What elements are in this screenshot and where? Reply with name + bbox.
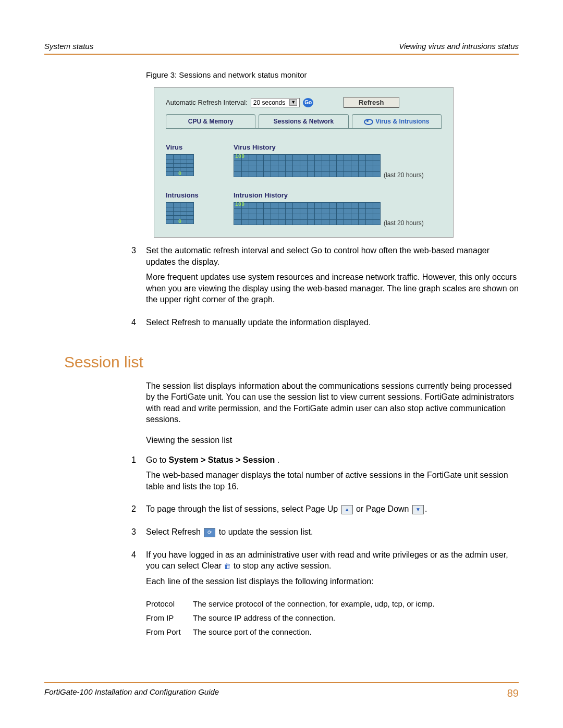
section-heading: Session list [64,353,519,371]
refresh-interval-label: Automatic Refresh Interval: [166,98,248,106]
chart-100-label: 100 [235,154,244,159]
virus-history-chart: 100 [234,154,381,177]
refresh-icon: ⟳ [204,528,215,537]
status-monitor-screenshot: Automatic Refresh Interval: 20 seconds ▼… [154,87,454,238]
step-number: 4 [131,549,146,591]
virus-chart: 0 [166,154,194,176]
section-intro: The session list displays information ab… [146,380,519,425]
table-row: Protocol The service protocol of the con… [146,599,519,608]
step-3: 3 Set the automatic refresh interval and… [131,245,519,310]
tab-cpu-memory[interactable]: CPU & Memory [166,114,255,128]
desc: The source IP address of the connection. [193,613,519,622]
header-right: Viewing virus and intrusions status [399,42,519,51]
vstep-2: 2 To page through the list of sessions, … [131,503,519,519]
term: From Port [146,627,193,636]
step-number: 1 [131,454,146,497]
vstep-4: 4 If you have logged in as an administra… [131,549,519,591]
chart-zero-label: 0 [178,171,181,177]
virus-title: Virus [166,143,234,151]
last-20-label: (last 20 hours) [384,171,424,179]
figure-caption: Figure 3: Sessions and network status mo… [146,70,519,79]
step-text: Go to System > Status > Session . [146,454,519,466]
header-left: System status [44,42,93,51]
page-header: System status Viewing virus and intrusio… [44,42,519,55]
last-20-label: (last 20 hours) [384,219,424,227]
viewing-subtitle: Viewing the session list [146,435,519,446]
step-text: If you have logged in as an administrati… [146,549,519,572]
step-number: 2 [131,503,146,519]
step-number: 3 [131,245,146,310]
trash-icon: 🗑 [224,562,231,570]
intrusion-history-chart: 100 [234,202,381,225]
footer-title: FortiGate-100 Installation and Configura… [44,687,219,699]
step-text: Select Refresh ⟳ to update the session l… [146,526,519,538]
desc: The source port of the connection. [193,627,519,636]
intrusions-chart: 0 [166,202,194,224]
step-text: Set the automatic refresh interval and s… [146,245,519,267]
refresh-button[interactable]: Refresh [344,97,399,108]
page-footer: FortiGate-100 Installation and Configura… [44,682,519,699]
chart-zero-label: 0 [178,219,181,225]
chevron-down-icon: ▼ [289,99,297,106]
chart-100-label: 100 [235,202,244,207]
eye-icon [364,119,373,125]
intrusion-history-title: Intrusion History [234,191,442,199]
page-down-icon: ▼ [412,505,424,514]
step-4: 4 Select Refresh to manually update the … [131,317,519,332]
tab-sessions-network[interactable]: Sessions & Network [259,114,348,128]
table-row: From IP The source IP address of the con… [146,613,519,622]
vstep-3: 3 Select Refresh ⟳ to update the session… [131,526,519,542]
table-row: From Port The source port of the connect… [146,627,519,636]
term: From IP [146,613,193,622]
page-up-icon: ▲ [341,505,353,514]
go-button[interactable]: Go [303,98,313,107]
tab-virus-intrusions[interactable]: Virus & Intrusions [352,114,442,128]
definitions-table: Protocol The service protocol of the con… [146,599,519,636]
step-text: Select Refresh to manually update the in… [146,317,519,328]
intrusions-title: Intrusions [166,191,234,199]
step-number: 3 [131,526,146,542]
step-text: Each line of the session list displays t… [146,576,519,587]
vstep-1: 1 Go to System > Status > Session . The … [131,454,519,497]
dropdown-value: 20 seconds [253,99,285,106]
step-text: More frequent updates use system resourc… [146,272,519,305]
step-text: To page through the list of sessions, se… [146,503,519,515]
page-number: 89 [507,687,519,699]
step-text: The web-based manager displays the total… [146,470,519,492]
tabs: CPU & Memory Sessions & Network Virus & … [166,114,442,128]
term: Protocol [146,599,193,608]
step-number: 4 [131,317,146,332]
virus-history-title: Virus History [234,143,442,151]
refresh-interval-dropdown[interactable]: 20 seconds ▼ [251,98,300,107]
desc: The service protocol of the connection, … [193,599,519,608]
